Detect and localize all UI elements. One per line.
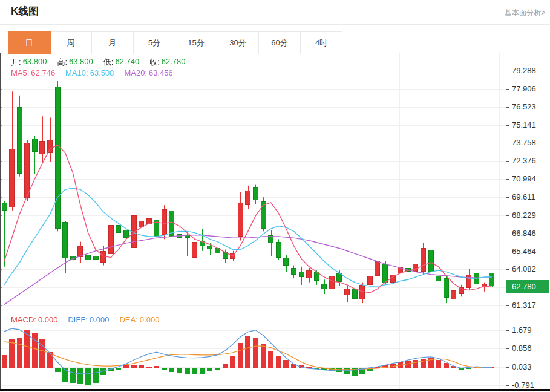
tab-week[interactable]: 周 xyxy=(50,32,92,54)
kline-page: K线图 基本面分析> 日周月5分15分30分60分4时 开:63.800高:63… xyxy=(0,0,550,392)
readout-label: MACD: xyxy=(11,315,36,324)
ohlcRow-item: 收:62.780 xyxy=(149,57,185,68)
macdRow-item: DEA:0.000 xyxy=(119,315,159,324)
tab-5min[interactable]: 5分 xyxy=(134,32,175,54)
chart-area: 开:63.800高:63.800低:62.740收:62.780 MA5:62.… xyxy=(0,53,550,392)
y-axis-label: 64.082 xyxy=(506,264,550,274)
macdRow-item: DIFF:0.000 xyxy=(68,315,109,324)
maRow-item: MA10:63.508 xyxy=(65,68,114,77)
y-axis-label: 75.141 xyxy=(506,120,550,130)
current-price-tag: 62.780 xyxy=(506,280,549,293)
pane-divider xyxy=(0,313,506,313)
readout-label: 收: xyxy=(149,57,160,68)
macd-readout: MACD:0.000DIFF:0.000DEA:0.000 xyxy=(11,315,159,324)
tab-day[interactable]: 日 xyxy=(8,32,50,54)
macd-chart-canvas[interactable] xyxy=(0,313,506,391)
y-axis-label: 76.523 xyxy=(506,102,550,112)
ohlcRow-item: 开:63.800 xyxy=(11,57,47,68)
readout-value: 0.000 xyxy=(140,315,160,324)
readout-value: 63.508 xyxy=(90,68,114,77)
y-axis-label: 77.906 xyxy=(506,84,550,94)
y-axis-label: 61.317 xyxy=(506,301,550,310)
candlestick-chart-canvas[interactable] xyxy=(0,53,506,313)
readout-label: 低: xyxy=(103,57,114,68)
y-axis-label: 73.758 xyxy=(506,138,550,148)
tab-60min[interactable]: 60分 xyxy=(259,32,301,54)
y-axis-label: 69.611 xyxy=(506,192,550,202)
page-title: K线图 xyxy=(11,4,39,18)
readout-label: 开: xyxy=(11,57,21,68)
y-axis-label: 70.994 xyxy=(506,174,550,184)
header-divider xyxy=(0,24,550,25)
readout-label: DIFF: xyxy=(68,315,88,324)
y-axis-label: 0.033 xyxy=(506,362,550,372)
macdRow-item: MACD:0.000 xyxy=(11,315,57,324)
y-axis-label: 72.376 xyxy=(506,156,550,166)
readout-value: 62.740 xyxy=(115,57,139,68)
ohlcRow-item: 低:62.740 xyxy=(103,57,139,68)
ma-readout: MA5:62.746MA10:63.508MA20:63.456 xyxy=(11,68,173,77)
fundamental-analysis-link[interactable]: 基本面分析> xyxy=(505,8,545,18)
period-tabs: 日周月5分15分30分60分4时 xyxy=(8,31,342,54)
y-axis-label: 66.846 xyxy=(506,229,550,238)
ohlcRow-item: 高:63.800 xyxy=(57,57,93,68)
ohlc-readout: 开:63.800高:63.800低:62.740收:62.780 xyxy=(11,57,186,68)
readout-value: 63.456 xyxy=(149,68,173,77)
tab-4hour[interactable]: 4时 xyxy=(301,32,342,54)
tab-15min[interactable]: 15分 xyxy=(175,32,217,54)
y-axis-label: 1.679 xyxy=(506,325,550,335)
chart-bottom-border xyxy=(0,389,550,391)
y-axis-label: 0.856 xyxy=(506,344,550,353)
y-axis-label: 68.229 xyxy=(506,211,550,220)
readout-label: MA20: xyxy=(124,68,147,77)
tab-30min[interactable]: 30分 xyxy=(217,32,259,54)
maRow-item: MA20:63.456 xyxy=(124,68,172,77)
readout-label: MA10: xyxy=(65,68,88,77)
y-axis-label: 79.288 xyxy=(506,66,550,76)
readout-value: 62.780 xyxy=(162,57,186,68)
readout-label: MA5: xyxy=(11,68,29,77)
y-axis-label: 65.464 xyxy=(506,247,550,256)
readout-value: 63.800 xyxy=(69,57,93,68)
readout-label: 高: xyxy=(57,57,67,68)
readout-value: 63.800 xyxy=(23,57,47,68)
readout-value: 0.000 xyxy=(38,315,58,324)
readout-label: DEA: xyxy=(119,315,137,324)
axis-line xyxy=(506,53,506,391)
chart-left-border xyxy=(0,53,1,391)
readout-value: 62.746 xyxy=(31,68,55,77)
maRow-item: MA5:62.746 xyxy=(11,68,55,77)
tab-month[interactable]: 月 xyxy=(92,32,134,54)
readout-value: 0.000 xyxy=(90,315,110,324)
